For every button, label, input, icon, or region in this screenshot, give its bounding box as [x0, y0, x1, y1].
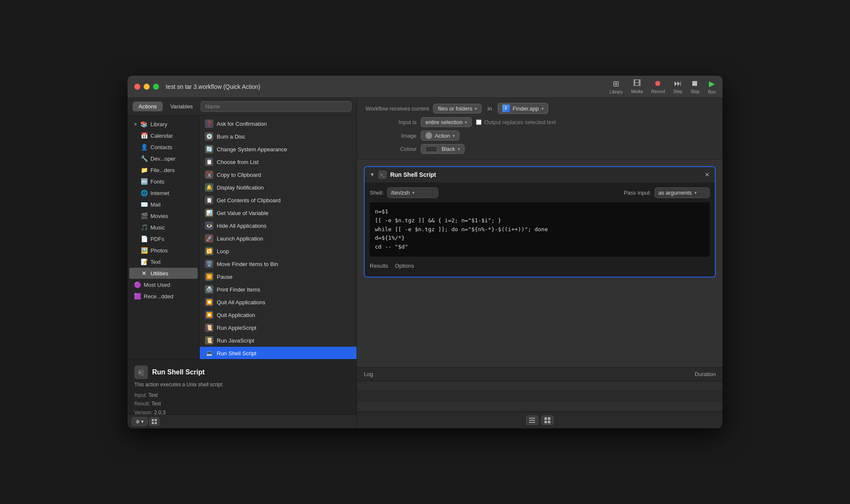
quit-app-icon: ⏹️ [205, 311, 213, 319]
action-change-appearance[interactable]: 🔄 Change System Appearance [200, 143, 357, 156]
output-replaces-checkbox[interactable] [476, 119, 482, 125]
in-label: in [487, 105, 492, 112]
left-panel: Actions Variables ▼ 📚 Library 📅 Calendar [128, 98, 357, 428]
sidebar-item-library[interactable]: ▼ 📚 Library [129, 119, 198, 130]
launch-app-icon: 🚀 [205, 234, 213, 243]
action-choose-list[interactable]: 📋 Choose from List [200, 156, 357, 168]
svg-text:>_: >_ [139, 370, 144, 375]
image-label: Image [366, 133, 416, 139]
sidebar-item-music[interactable]: 🎵 Music [129, 222, 198, 233]
add-action-button[interactable]: ⊕ ▾ [132, 417, 147, 426]
sidebar-item-pdfs[interactable]: 📄 PDFs [129, 233, 198, 244]
action-move-bin[interactable]: 🗑️ Move Finder Items to Bin [200, 258, 357, 270]
sidebar-item-calendar[interactable]: 📅 Calendar [129, 130, 198, 141]
tab-variables[interactable]: Variables [164, 102, 199, 111]
action-copy-clipboard[interactable]: ✂️ Copy to Clipboard [200, 168, 357, 181]
run-button[interactable]: ▶ Run [708, 79, 716, 94]
collapse-icon[interactable]: ▼ [370, 172, 375, 178]
action-run-applescript[interactable]: 📜 Run AppleScript [200, 321, 357, 334]
shell-chevron-icon: ▾ [412, 190, 414, 195]
tab-options[interactable]: Options [395, 263, 414, 270]
pass-input-select[interactable]: as arguments ▾ [654, 187, 710, 198]
action-loop[interactable]: 🔁 Loop [200, 245, 357, 258]
sidebar-item-contacts[interactable]: 👤 Contacts [129, 142, 198, 153]
log-area: Log Duration [357, 367, 722, 428]
media-button[interactable]: 🎞 Media [631, 79, 643, 94]
svg-rect-3 [155, 419, 157, 421]
grid-view-button[interactable] [149, 417, 159, 426]
log-header: Log Duration [357, 368, 722, 381]
display-notification-icon: 🔔 [205, 183, 213, 192]
action-burn-disc[interactable]: 💿 Burn a Disc [200, 130, 357, 143]
colour-label: Colour [366, 146, 416, 152]
sidebar-item-movies[interactable]: 🎬 Movies [129, 210, 198, 221]
svg-rect-8 [529, 418, 535, 419]
wf-row-colour: Colour Black ▾ [366, 144, 714, 154]
action-run-shell[interactable]: 💻 Run Shell Script [200, 347, 357, 359]
stop-icon: ⏹ [691, 79, 699, 88]
code-editor[interactable]: n=$1 [[ -e $n.tgz ]] && { i=2; n="$1-$i"… [370, 202, 710, 257]
info-header: >_ Run Shell Script [134, 365, 350, 379]
action-quit-app[interactable]: ⏹️ Quit Application [200, 309, 357, 321]
block-icon: >_ [378, 170, 387, 179]
output-replaces-label[interactable]: Output replaces selected text [476, 119, 555, 125]
move-bin-icon: 🗑️ [205, 260, 213, 268]
action-run-javascript[interactable]: 📜 Run JavaScript [200, 334, 357, 347]
maximize-button[interactable] [153, 84, 159, 90]
list-view-button[interactable] [526, 416, 538, 425]
sidebar-item-most-used[interactable]: 🟣 Most Used [129, 279, 198, 290]
action-ask-confirmation[interactable]: ❓ Ask for Confirmation [200, 117, 357, 130]
action-launch-app[interactable]: 🚀 Launch Application [200, 232, 357, 245]
sidebar-item-mail[interactable]: ✉️ Mail [129, 199, 198, 210]
shell-row: Shell: /bin/zsh ▾ Pass input: as argumen… [370, 187, 710, 198]
tab-actions[interactable]: Actions [133, 102, 163, 111]
action-display-notification[interactable]: 🔔 Display Notification [200, 181, 357, 194]
left-split: ▼ 📚 Library 📅 Calendar 👤 Contacts 🔧 [128, 116, 357, 359]
action-get-clipboard[interactable]: 📋 Get Contents of Clipboard [200, 194, 357, 207]
action-quit-all[interactable]: ⏹️ Quit All Applications [200, 296, 357, 309]
minimize-button[interactable] [144, 84, 150, 90]
hide-all-icon: 👁️ [205, 221, 213, 230]
colour-select[interactable]: Black ▾ [421, 144, 465, 154]
library-button[interactable]: ⊞ Library [609, 79, 623, 94]
action-hide-all[interactable]: 👁️ Hide All Applications [200, 219, 357, 232]
mail-icon: ✉️ [140, 201, 148, 208]
svg-rect-14 [548, 421, 550, 423]
search-input[interactable] [201, 101, 351, 112]
run-shell-icon: 💻 [205, 349, 213, 357]
image-chevron-icon: ▾ [453, 133, 455, 138]
sidebar-item-photos[interactable]: 🖼️ Photos [129, 245, 198, 256]
info-action-icon: >_ [134, 365, 148, 379]
copy-clipboard-icon: ✂️ [205, 170, 213, 179]
sidebar-item-files[interactable]: 📁 File...ders [129, 164, 198, 176]
finder-select[interactable]: F Finder.app ▾ [498, 103, 548, 114]
window-title: test sn tar 3.workflow (Quick Action) [166, 83, 609, 90]
sidebar-item-utilities[interactable]: ✕ Utilities [129, 268, 198, 279]
close-button[interactable] [134, 84, 140, 90]
sidebar-item-recents[interactable]: 🟪 Rece...dded [129, 291, 198, 302]
receives-select[interactable]: files or folders ▾ [433, 104, 482, 113]
log-row [357, 381, 722, 391]
svg-rect-12 [548, 417, 550, 420]
traffic-lights [134, 84, 159, 90]
action-print[interactable]: 🖨️ Print Finder Items [200, 283, 357, 296]
svg-rect-11 [544, 417, 547, 420]
sidebar-item-internet[interactable]: 🌐 Internet [129, 187, 198, 198]
shell-select[interactable]: /bin/zsh ▾ [387, 187, 438, 198]
info-description: This action executes a Unix shell script… [134, 382, 350, 388]
log-label: Log [364, 371, 373, 377]
image-select[interactable]: Action ▾ [421, 130, 459, 141]
sidebar-item-text[interactable]: 📝 Text [129, 256, 198, 267]
input-is-select[interactable]: entire selection ▾ [421, 117, 472, 127]
tab-results[interactable]: Results [370, 263, 388, 270]
action-pause[interactable]: ⏸️ Pause [200, 270, 357, 283]
grid-view-button[interactable] [541, 416, 553, 425]
wf-row-receives: Workflow receives current files or folde… [366, 103, 714, 114]
record-button[interactable]: ⏺ Record [651, 79, 665, 94]
action-get-variable[interactable]: 📊 Get Value of Variable [200, 207, 357, 219]
sidebar-item-developer[interactable]: 🔧 Dev...oper [129, 153, 198, 164]
step-button[interactable]: ⏭ Step [673, 79, 682, 94]
stop-button[interactable]: ⏹ Stop [691, 79, 700, 94]
block-close-icon[interactable]: ✕ [705, 171, 710, 178]
sidebar-item-fonts[interactable]: 🔤 Fonts [129, 176, 198, 187]
